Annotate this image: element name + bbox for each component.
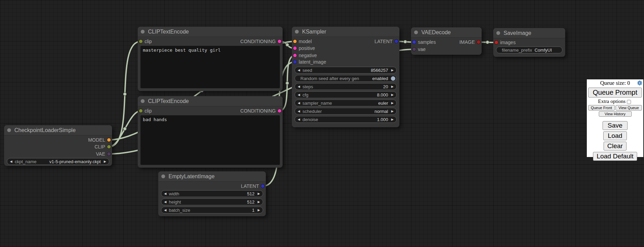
- queue-front-button[interactable]: Queue Front: [588, 105, 615, 110]
- output-slot-dot-image[interactable]: [477, 40, 480, 44]
- collapse-dot-icon[interactable]: [7, 128, 11, 132]
- node-title-bar[interactable]: KSampler: [292, 27, 399, 37]
- collapse-dot-icon[interactable]: [161, 174, 165, 178]
- collapse-dot-icon[interactable]: [295, 30, 299, 34]
- output-slot-label: LATENT: [374, 39, 393, 44]
- node-checkpoint-loader[interactable]: CheckpointLoaderSimpleMODELCLIPVAE◀ckpt_…: [4, 125, 112, 166]
- increment-arrow-icon[interactable]: ▶: [391, 100, 394, 106]
- collapse-dot-icon[interactable]: [414, 30, 418, 34]
- decrement-arrow-icon[interactable]: ◀: [298, 108, 300, 114]
- widget-denoise[interactable]: ◀denoise1.000▶: [295, 116, 397, 123]
- node-title-bar[interactable]: CLIPTextEncode: [138, 27, 283, 37]
- decrement-arrow-icon[interactable]: ◀: [10, 158, 12, 165]
- input-slot-dot-clip[interactable]: [139, 40, 143, 43]
- input-slot-dot-positive[interactable]: [293, 47, 297, 50]
- node-title-text: VAEDecode: [421, 29, 451, 35]
- collapse-dot-icon[interactable]: [141, 99, 145, 103]
- input-slot-dot-vae[interactable]: [412, 48, 416, 51]
- decrement-arrow-icon[interactable]: ◀: [298, 116, 300, 122]
- clear-button[interactable]: Clear: [604, 142, 627, 151]
- widget-steps[interactable]: ◀steps20▶: [295, 83, 397, 90]
- settings-gear-icon[interactable]: [637, 80, 642, 86]
- node-title-text: KSampler: [302, 29, 326, 35]
- view-queue-button[interactable]: View Queue: [616, 105, 642, 110]
- load-default-button[interactable]: Load Default: [593, 152, 637, 161]
- increment-arrow-icon[interactable]: ▶: [258, 207, 260, 213]
- widget-seed[interactable]: ◀seed8566257▶: [295, 67, 397, 74]
- node-save-image[interactable]: SaveImageimagesfilename_prefixComfyUI: [493, 28, 565, 57]
- node-title-bar[interactable]: EmptyLatentImage: [158, 171, 266, 182]
- widget-filename-prefix[interactable]: filename_prefixComfyUI: [496, 47, 562, 53]
- increment-arrow-icon[interactable]: ▶: [258, 199, 260, 205]
- collapse-dot-icon[interactable]: [141, 30, 145, 34]
- queue-size-label: Queue size: 0: [600, 80, 630, 86]
- save-button[interactable]: Save: [603, 121, 628, 130]
- widget-width[interactable]: ◀width512▶: [161, 190, 263, 197]
- node-title-bar[interactable]: VAEDecode: [411, 27, 482, 38]
- increment-arrow-icon[interactable]: ▶: [391, 108, 394, 114]
- node-title-bar[interactable]: CLIPTextEncode: [138, 96, 283, 106]
- widget-value: 20: [383, 84, 388, 89]
- widget-height[interactable]: ◀height512▶: [161, 198, 263, 205]
- widget-label: seed: [302, 68, 312, 73]
- increment-arrow-icon[interactable]: ▶: [391, 83, 394, 90]
- link-midpoint-dot: [123, 127, 127, 131]
- widget-cfg[interactable]: ◀cfg8.000▶: [295, 91, 397, 98]
- link-midpoint-dot: [486, 41, 489, 44]
- widget-value: v1-5-pruned-emaonly.ckpt: [49, 159, 101, 164]
- widget-random-seed-after-every-gen[interactable]: Random seed after every genenabled: [295, 75, 397, 82]
- decrement-arrow-icon[interactable]: ◀: [298, 92, 300, 98]
- widget-label: height: [169, 199, 181, 205]
- toggle-indicator[interactable]: [391, 76, 395, 81]
- increment-arrow-icon[interactable]: ▶: [104, 158, 106, 165]
- link-midpoint-dot: [286, 43, 289, 47]
- decrement-arrow-icon[interactable]: ◀: [164, 191, 166, 197]
- increment-arrow-icon[interactable]: ▶: [391, 116, 394, 122]
- widget-scheduler[interactable]: ◀schedulernormal▶: [295, 108, 397, 115]
- decrement-arrow-icon[interactable]: ◀: [164, 199, 166, 205]
- floating-menu[interactable]: Queue size: 0 Queue Prompt Extra options…: [586, 79, 644, 157]
- node-title-text: EmptyLatentImage: [169, 173, 214, 179]
- node-vae-decode[interactable]: VAEDecodesamplesvaeIMAGE: [411, 27, 482, 55]
- input-slot-dot-negative[interactable]: [293, 54, 297, 57]
- widget-sampler-name[interactable]: ◀sampler_nameeuler▶: [295, 100, 397, 106]
- output-slot-dot-conditioning[interactable]: [278, 40, 281, 43]
- increment-arrow-icon[interactable]: ▶: [258, 191, 260, 197]
- widget-label: Random seed after every gen: [300, 76, 359, 81]
- output-slot-dot-clip[interactable]: [107, 145, 111, 148]
- increment-arrow-icon[interactable]: ▶: [391, 92, 394, 98]
- output-slot-dot-conditioning[interactable]: [278, 109, 281, 113]
- node-clip-text-encode-positive[interactable]: CLIPTextEncodeclipCONDITIONINGmasterpiec…: [138, 27, 283, 91]
- queue-prompt-button[interactable]: Queue Prompt: [588, 88, 642, 98]
- prompt-textarea[interactable]: bad hands: [140, 115, 280, 165]
- output-slot-dot-model[interactable]: [107, 138, 111, 142]
- input-slot-dot-images[interactable]: [495, 41, 498, 44]
- input-slot-dot-samples[interactable]: [412, 40, 416, 44]
- input-slot-dot-model[interactable]: [293, 40, 297, 43]
- input-slot-dot-latent_image[interactable]: [293, 60, 297, 64]
- node-ksampler[interactable]: KSamplermodelpositivenegativelatent_imag…: [292, 27, 399, 127]
- node-clip-text-encode-negative[interactable]: CLIPTextEncodeclipCONDITIONINGbad hands: [138, 96, 283, 168]
- decrement-arrow-icon[interactable]: ◀: [164, 207, 166, 213]
- view-history-button[interactable]: View History: [599, 111, 632, 117]
- input-slot-dot-clip[interactable]: [139, 109, 143, 113]
- output-slot-dot-latent[interactable]: [395, 40, 398, 43]
- widget-ckpt-name[interactable]: ◀ckpt_namev1-5-pruned-emaonly.ckpt▶: [7, 158, 109, 165]
- extra-options-checkbox[interactable]: [627, 100, 631, 104]
- graph-canvas[interactable]: CheckpointLoaderSimpleMODELCLIPVAE◀ckpt_…: [0, 0, 644, 247]
- node-title-text: SaveImage: [504, 30, 531, 36]
- widget-batch-size[interactable]: ◀batch_size1▶: [161, 207, 263, 213]
- widget-value: 512: [247, 191, 255, 196]
- output-slot-dot-latent[interactable]: [261, 184, 264, 188]
- decrement-arrow-icon[interactable]: ◀: [298, 67, 300, 73]
- decrement-arrow-icon[interactable]: ◀: [298, 100, 300, 106]
- node-title-bar[interactable]: CheckpointLoaderSimple: [4, 125, 112, 135]
- load-button[interactable]: Load: [603, 131, 627, 140]
- decrement-arrow-icon[interactable]: ◀: [298, 83, 300, 90]
- increment-arrow-icon[interactable]: ▶: [391, 67, 394, 73]
- output-slot-dot-vae[interactable]: [107, 152, 111, 156]
- node-title-bar[interactable]: SaveImage: [493, 28, 565, 38]
- collapse-dot-icon[interactable]: [496, 31, 500, 35]
- prompt-textarea[interactable]: masterpiece best quality girl: [140, 46, 280, 88]
- node-empty-latent-image[interactable]: EmptyLatentImageLATENT◀width512▶◀height5…: [158, 171, 266, 216]
